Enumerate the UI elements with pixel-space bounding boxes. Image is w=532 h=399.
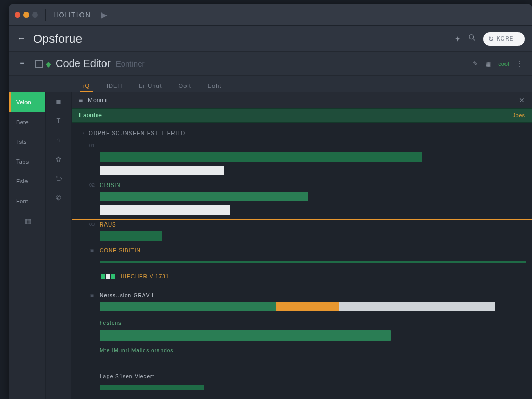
sidebar: Veion Bete Tsts Tabs Esle Forn ▦ xyxy=(9,92,46,399)
sidebar-item-veion[interactable]: Veion xyxy=(9,92,45,112)
search-input[interactable]: ↻ KORE xyxy=(483,32,525,46)
bar-segment xyxy=(339,302,495,311)
menu-icon[interactable]: ≡ xyxy=(20,59,24,69)
breadcrumb: ≡ Monn i ✕ xyxy=(72,92,532,108)
code-row: 01 xyxy=(72,139,532,152)
chevron-right-icon[interactable]: › xyxy=(82,130,84,136)
line-badge: ▣ xyxy=(82,292,95,298)
sidebar-item-bete[interactable]: Bete xyxy=(9,112,45,132)
status-blocks xyxy=(101,274,115,279)
bar-segment xyxy=(100,192,308,201)
bar-segment xyxy=(100,166,224,175)
star-icon[interactable]: ✦ xyxy=(455,35,461,43)
code-row: Mte IMunrl Maiics orandos xyxy=(72,344,532,356)
grid-icon[interactable]: ▦ xyxy=(485,60,491,68)
bar-row xyxy=(100,301,532,312)
list-icon[interactable]: ≣ xyxy=(56,98,61,105)
bar-segment xyxy=(100,385,204,390)
app-header: ← Opsforue ✦ ↻ KORE xyxy=(9,26,532,52)
bar-row xyxy=(100,231,532,241)
sidebar-grid-icon[interactable]: ▦ xyxy=(9,211,45,231)
stop-icon[interactable] xyxy=(35,60,43,68)
bar-row xyxy=(100,165,532,176)
sidebar-item-tabs[interactable]: Tabs xyxy=(9,152,45,171)
bar-row xyxy=(100,257,532,267)
list-icon[interactable]: ≡ xyxy=(79,97,83,104)
page-title: Code Editor xyxy=(56,58,111,70)
phone-icon[interactable]: ✆ xyxy=(56,194,61,202)
code-label: HIECHER V 1731 xyxy=(121,274,169,280)
code-label: ODPHE SCUNSEEN ESTLL ERITO xyxy=(89,130,185,136)
highlight-line xyxy=(72,219,532,220)
titlebar: HOHTION ▶ xyxy=(9,4,532,26)
svg-line-1 xyxy=(473,38,474,40)
link-icon[interactable]: ⮌ xyxy=(55,175,62,182)
code-label: Nerss..slon GRAV I xyxy=(100,292,154,298)
back-button[interactable]: ← xyxy=(17,33,26,44)
editor-body[interactable]: › ODPHE SCUNSEEN ESTLL ERITO 01 02 GRISI… xyxy=(72,123,532,399)
bar-row xyxy=(100,191,532,202)
window-controls xyxy=(15,12,38,18)
tool-gutter: ≣ T ⌂ ✿ ⮌ ✆ xyxy=(46,92,72,399)
more-icon[interactable]: ⋮ xyxy=(516,60,523,68)
section-right-label: Jbes xyxy=(513,112,525,118)
refresh-icon: ↻ xyxy=(488,35,494,43)
brand-title: Opsforue xyxy=(33,32,83,46)
code-row: HIECHER V 1731 xyxy=(72,270,532,283)
bar-segment xyxy=(100,152,422,162)
code-label: CONE SIBITIN xyxy=(100,248,141,254)
diamond-icon: ◆ xyxy=(46,60,51,68)
text-icon[interactable]: T xyxy=(57,117,61,125)
code-row: Lage S1sen Viecert xyxy=(72,370,532,382)
code-label: GRISIN xyxy=(100,182,121,188)
search-icon[interactable] xyxy=(468,34,476,44)
titlebar-label: HOHTION xyxy=(53,11,91,19)
svg-point-0 xyxy=(469,35,474,39)
bar-segment xyxy=(100,205,230,215)
bar-row xyxy=(100,382,532,393)
tag-icon[interactable]: ⌂ xyxy=(57,136,61,144)
code-row: ▣ Nerss..slon GRAV I xyxy=(72,289,532,301)
search-placeholder: KORE xyxy=(497,36,513,42)
minimize-icon[interactable] xyxy=(23,12,29,18)
sidebar-item-esle[interactable]: Esle xyxy=(9,171,45,191)
close-icon[interactable] xyxy=(15,12,20,18)
breadcrumb-label: Monn i xyxy=(88,97,107,104)
tab-oolt[interactable]: Oolt xyxy=(171,79,198,92)
code-label: Lage S1sen Viecert xyxy=(100,374,154,379)
line-badge: ▣ xyxy=(82,248,95,253)
divider xyxy=(45,9,46,21)
tab-iq[interactable]: iQ xyxy=(76,79,97,92)
bar-segment xyxy=(100,330,391,341)
sidebar-item-forn[interactable]: Forn xyxy=(9,191,45,211)
tab-eoht[interactable]: Eoht xyxy=(201,79,229,92)
sub-header: ≡ ◆ Code Editor Eontiner ✎ ▦ coot ⋮ xyxy=(9,52,532,76)
pin-icon[interactable]: ✎ xyxy=(473,60,478,68)
gear-icon[interactable]: ✿ xyxy=(56,155,61,163)
status-text: coot xyxy=(498,61,509,67)
tab-ideh[interactable]: IDEH xyxy=(99,79,129,92)
section-header[interactable]: Eaonhie Jbes xyxy=(72,108,532,123)
bar-segment xyxy=(100,302,276,311)
code-row: hestens xyxy=(72,315,532,330)
code-label: hestens xyxy=(100,320,122,326)
section-title: Eaonhie xyxy=(79,112,102,119)
sidebar-item-tsts[interactable]: Tsts xyxy=(9,132,45,152)
code-row: 02 GRISIN xyxy=(72,179,532,191)
tab-unut[interactable]: Er Unut xyxy=(131,79,169,92)
editor-pane: ≡ Monn i ✕ Eaonhie Jbes › ODPHE SCUNSEEN… xyxy=(72,92,532,399)
bar-segment xyxy=(100,231,162,241)
bar-row xyxy=(100,152,532,162)
code-row: ▣ CONE SIBITIN xyxy=(72,244,532,257)
editor-tabs: iQ IDEH Er Unut Oolt Eoht xyxy=(9,76,532,92)
close-panel-icon[interactable]: ✕ xyxy=(518,96,525,104)
maximize-icon[interactable] xyxy=(32,12,38,18)
bar-segment xyxy=(100,261,526,263)
code-label: Mte IMunrl Maiics orandos xyxy=(100,348,174,353)
page-subtitle: Eontiner xyxy=(116,59,145,68)
bar-segment xyxy=(276,302,339,311)
app-body: Veion Bete Tsts Tabs Esle Forn ▦ ≣ T ⌂ ✿… xyxy=(9,92,532,399)
code-label: RAUS xyxy=(100,222,116,228)
play-icon[interactable]: ▶ xyxy=(101,10,107,20)
bar-row xyxy=(100,330,532,341)
